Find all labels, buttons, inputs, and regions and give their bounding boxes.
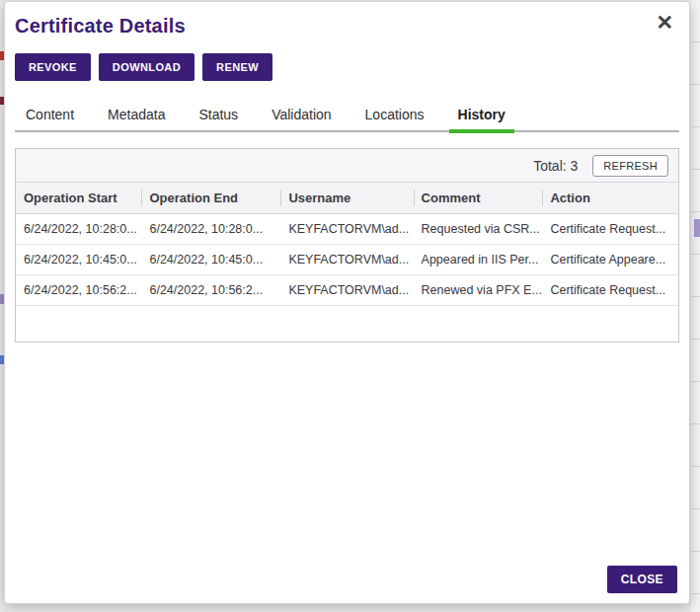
- column-header-operation-start[interactable]: Operation Start: [16, 183, 141, 214]
- table-cell: 6/24/2022, 10:28:0...: [16, 214, 141, 245]
- history-table: Operation StartOperation EndUsernameComm…: [16, 183, 678, 342]
- table-cell: KEYFACTORVM\ad...: [280, 214, 413, 245]
- modal-header: Certificate Details ✕: [15, 12, 679, 41]
- renew-button[interactable]: RENEW: [202, 53, 272, 81]
- background-page-sliver: [691, 0, 700, 612]
- empty-table-row: [16, 306, 678, 343]
- table-cell: Renewed via PFX E...: [414, 275, 543, 306]
- table-body: 6/24/2022, 10:28:0...6/24/2022, 10:28:0.…: [16, 214, 678, 343]
- table-cell: 6/24/2022, 10:56:2...: [16, 275, 141, 306]
- total-count: Total: 3: [533, 158, 578, 174]
- table-cell: Requested via CSR...: [414, 214, 543, 245]
- grid-toolbar: Total: 3 REFRESH: [16, 149, 678, 183]
- action-button-row: REVOKEDOWNLOADRENEW: [15, 53, 679, 81]
- table-cell: 6/24/2022, 10:28:0...: [141, 214, 280, 245]
- table-cell: Certificate Request...: [542, 275, 678, 306]
- column-header-comment[interactable]: Comment: [414, 183, 543, 214]
- empty-cell: [141, 306, 280, 343]
- empty-cell: [16, 306, 141, 343]
- column-header-username[interactable]: Username: [280, 183, 413, 214]
- close-button[interactable]: CLOSE: [607, 566, 677, 593]
- background-fragment: [694, 219, 700, 237]
- certificate-details-modal: Certificate Details ✕ REVOKEDOWNLOADRENE…: [4, 1, 690, 604]
- tab-metadata[interactable]: Metadata: [97, 99, 176, 130]
- close-icon[interactable]: ✕: [656, 10, 673, 36]
- empty-cell: [542, 306, 678, 343]
- table-header-row: Operation StartOperation EndUsernameComm…: [16, 183, 678, 214]
- tab-bar: ContentMetadataStatusValidationLocations…: [15, 99, 679, 132]
- download-button[interactable]: DOWNLOAD: [99, 53, 194, 81]
- empty-cell: [280, 306, 413, 343]
- tab-content[interactable]: Content: [15, 99, 85, 130]
- table-row[interactable]: 6/24/2022, 10:45:0...6/24/2022, 10:45:0.…: [16, 245, 678, 275]
- revoke-button[interactable]: REVOKE: [15, 53, 91, 81]
- table-cell: KEYFACTORVM\ad...: [280, 275, 413, 306]
- table-cell: Certificate Request...: [542, 214, 678, 245]
- refresh-button[interactable]: REFRESH: [592, 155, 668, 177]
- table-cell: 6/24/2022, 10:45:0...: [16, 245, 141, 275]
- table-row[interactable]: 6/24/2022, 10:28:0...6/24/2022, 10:28:0.…: [16, 214, 678, 245]
- column-header-action[interactable]: Action: [542, 183, 678, 214]
- table-cell: Certificate Appeare...: [542, 245, 678, 275]
- tab-locations[interactable]: Locations: [354, 99, 435, 130]
- table-cell: Appeared in IIS Per...: [414, 245, 543, 275]
- history-grid: Total: 3 REFRESH Operation StartOperatio…: [15, 148, 679, 343]
- table-cell: 6/24/2022, 10:45:0...: [141, 245, 280, 275]
- table-cell: KEYFACTORVM\ad...: [280, 245, 413, 275]
- modal-title: Certificate Details: [15, 12, 679, 39]
- empty-cell: [414, 306, 543, 343]
- tab-validation[interactable]: Validation: [261, 99, 342, 130]
- table-cell: 6/24/2022, 10:56:2...: [141, 275, 280, 306]
- column-header-operation-end[interactable]: Operation End: [141, 183, 280, 214]
- modal-footer: CLOSE: [607, 566, 677, 593]
- tab-status[interactable]: Status: [188, 99, 249, 130]
- tab-history[interactable]: History: [447, 99, 516, 130]
- table-row[interactable]: 6/24/2022, 10:56:2...6/24/2022, 10:56:2.…: [16, 275, 678, 306]
